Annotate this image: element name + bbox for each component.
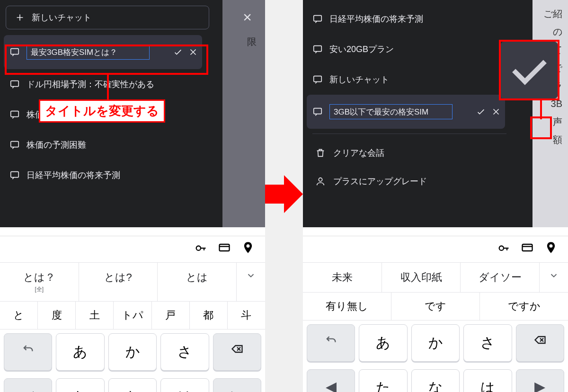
new-chat-button[interactable]: 新しいチャット bbox=[6, 6, 209, 29]
chat-bubble-icon bbox=[9, 79, 20, 89]
kb-prediction[interactable]: です bbox=[391, 293, 480, 320]
kb-prediction[interactable]: 斗 bbox=[228, 302, 265, 329]
kb-key[interactable]: た bbox=[359, 369, 407, 392]
kb-suggestion[interactable]: とは？[全] bbox=[0, 263, 79, 301]
cancel-x-icon[interactable] bbox=[188, 47, 198, 57]
callout-caption: タイトルを変更する bbox=[39, 99, 165, 123]
svg-point-11 bbox=[319, 178, 322, 181]
kb-suggestion[interactable]: ダイソー bbox=[461, 263, 540, 292]
svg-rect-4 bbox=[11, 172, 19, 178]
kb-key[interactable]: あ bbox=[359, 324, 407, 362]
bg-text-fragment: の bbox=[538, 23, 562, 41]
svg-rect-10 bbox=[314, 108, 322, 114]
confirm-check-icon[interactable] bbox=[173, 47, 183, 57]
arrow-right-icon[interactable]: ▶ bbox=[213, 378, 261, 392]
bg-text-fragment: プラ bbox=[538, 77, 562, 95]
plus-icon bbox=[15, 12, 25, 23]
backspace-icon[interactable] bbox=[516, 324, 564, 362]
kb-key[interactable]: あ bbox=[56, 333, 104, 371]
confirm-check-icon[interactable] bbox=[476, 107, 486, 117]
kb-key[interactable]: さ bbox=[463, 324, 512, 362]
kb-key[interactable]: か bbox=[411, 324, 460, 362]
svg-rect-6 bbox=[220, 244, 230, 251]
chat-item[interactable]: 日経平均株価の将来予測 bbox=[4, 160, 202, 190]
card-icon[interactable] bbox=[218, 241, 231, 258]
chat-bubble-icon bbox=[312, 14, 323, 24]
location-pin-icon[interactable] bbox=[241, 241, 255, 258]
chat-item[interactable]: 日経平均株価の将来予測 bbox=[307, 4, 505, 34]
kb-prediction[interactable]: ですか bbox=[480, 293, 568, 320]
trash-icon bbox=[315, 148, 326, 158]
arrow-right-icon[interactable]: ▶ bbox=[516, 369, 564, 392]
transition-arrow-icon bbox=[265, 170, 303, 218]
callout-line bbox=[107, 75, 109, 100]
chat-title-input[interactable] bbox=[27, 45, 150, 60]
soft-keyboard-left: とは？[全]とは?とは と度土トパ戸都斗 あかさ◀たなは▶ bbox=[0, 236, 265, 392]
chat-title-input[interactable] bbox=[329, 104, 453, 119]
chat-title: ドル円相場予測：不確実性がある bbox=[27, 79, 154, 90]
chat-item-editing[interactable] bbox=[307, 95, 505, 129]
kb-prediction[interactable]: 戸 bbox=[152, 302, 190, 329]
chat-bubble-icon bbox=[9, 47, 20, 57]
kb-prediction[interactable]: 都 bbox=[190, 302, 228, 329]
kb-suggestion[interactable]: とは? bbox=[79, 263, 158, 301]
kb-key[interactable]: は bbox=[160, 378, 209, 392]
cancel-x-icon[interactable] bbox=[491, 107, 501, 117]
kb-prediction[interactable]: 有り無し bbox=[303, 293, 391, 320]
bg-text-fragment: で bbox=[538, 59, 562, 77]
kb-suggestion[interactable]: 未来 bbox=[303, 263, 382, 292]
svg-rect-7 bbox=[314, 16, 322, 21]
svg-point-12 bbox=[499, 246, 504, 250]
location-pin-icon[interactable] bbox=[544, 241, 558, 258]
svg-rect-2 bbox=[11, 111, 19, 117]
kb-key[interactable]: は bbox=[463, 369, 512, 392]
chat-title: 新しいチャット bbox=[329, 74, 389, 85]
kb-prediction[interactable]: 度 bbox=[38, 302, 76, 329]
key-icon[interactable] bbox=[497, 241, 510, 258]
kb-key[interactable]: か bbox=[108, 333, 157, 371]
divider bbox=[312, 134, 506, 134]
clear-conversations[interactable]: クリアな会話 bbox=[307, 139, 510, 167]
chat-bubble-icon bbox=[9, 170, 20, 180]
clear-label: クリアな会話 bbox=[333, 147, 384, 159]
backspace-icon[interactable] bbox=[213, 333, 261, 371]
bg-text-fragment: て bbox=[538, 41, 562, 59]
kb-key[interactable]: な bbox=[108, 378, 157, 392]
chat-bubble-icon bbox=[312, 74, 323, 85]
left-screenshot: × 限 新しいチャット ドル円相場予測：不確実性がある株価予想不可能株価の予測困… bbox=[0, 0, 265, 392]
bg-text-fragment: ご紹 bbox=[538, 5, 562, 23]
kb-prediction[interactable]: と bbox=[0, 302, 38, 329]
chat-bubble-icon bbox=[312, 107, 323, 117]
bg-text: 限 bbox=[247, 36, 257, 48]
chevron-down-icon[interactable] bbox=[540, 263, 568, 292]
kb-key[interactable]: な bbox=[411, 369, 460, 392]
close-sidebar-button[interactable]: × bbox=[243, 9, 252, 26]
kb-prediction[interactable]: トパ bbox=[114, 302, 151, 329]
kb-key[interactable]: さ bbox=[160, 333, 209, 371]
soft-keyboard-right: 未来収入印紙ダイソー 有り無しですですか あかさ◀たなは▶ bbox=[303, 236, 568, 392]
chat-title: 株価の予測困難 bbox=[27, 139, 86, 151]
chat-title: 日経平均株価の将来予測 bbox=[27, 169, 120, 181]
kb-prediction[interactable]: 土 bbox=[76, 302, 114, 329]
chat-title: 安い20GBプラン bbox=[329, 44, 394, 55]
chat-item-editing[interactable] bbox=[4, 35, 202, 69]
arrow-left-icon[interactable]: ◀ bbox=[4, 378, 52, 392]
kb-suggestion[interactable]: 収入印紙 bbox=[382, 263, 461, 292]
chat-title: 日経平均株価の将来予測 bbox=[329, 13, 423, 25]
chat-item[interactable]: 株価の予測困難 bbox=[4, 130, 202, 160]
chevron-down-icon[interactable] bbox=[237, 263, 265, 301]
arrow-left-icon[interactable]: ◀ bbox=[307, 369, 355, 392]
chat-bubble-icon bbox=[312, 44, 323, 54]
chat-item[interactable]: 安い20GBプラン bbox=[307, 34, 505, 64]
kb-suggestion[interactable]: とは bbox=[158, 263, 237, 301]
user-icon bbox=[315, 176, 326, 187]
undo-icon[interactable] bbox=[4, 333, 52, 371]
upgrade-plus[interactable]: プラスにアップグレード bbox=[307, 167, 510, 196]
svg-point-5 bbox=[196, 246, 201, 250]
kb-key[interactable]: た bbox=[56, 378, 104, 392]
chat-item[interactable]: 新しいチャット bbox=[307, 64, 505, 95]
chat-item[interactable]: ドル円相場予測：不確実性がある bbox=[4, 69, 202, 99]
key-icon[interactable] bbox=[194, 241, 207, 258]
card-icon[interactable] bbox=[521, 241, 534, 258]
undo-icon[interactable] bbox=[307, 324, 355, 362]
